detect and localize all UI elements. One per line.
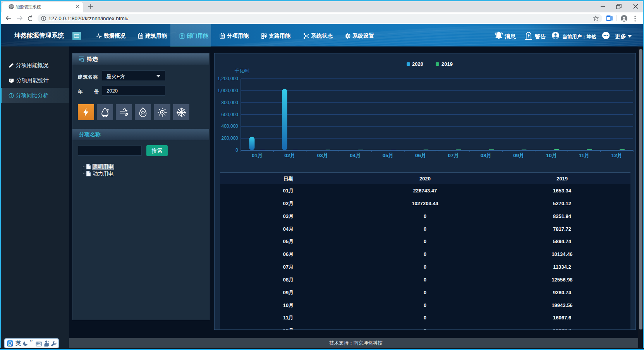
svg-text:0: 0 bbox=[235, 148, 238, 153]
svg-text:1,000,000: 1,000,000 bbox=[218, 88, 239, 93]
svg-text:200,000: 200,000 bbox=[222, 136, 239, 141]
svg-text:01月: 01月 bbox=[252, 153, 263, 158]
svg-text:09月: 09月 bbox=[513, 153, 524, 158]
svg-text:2020: 2020 bbox=[412, 61, 423, 67]
svg-text:06月: 06月 bbox=[415, 153, 426, 158]
svg-text:2019: 2019 bbox=[441, 61, 453, 67]
svg-text:04月: 04月 bbox=[350, 153, 361, 158]
svg-text:03月: 03月 bbox=[317, 153, 328, 158]
svg-text:07月: 07月 bbox=[448, 153, 459, 158]
svg-text:10月: 10月 bbox=[546, 153, 557, 158]
svg-text:05月: 05月 bbox=[383, 153, 394, 158]
svg-text:600,000: 600,000 bbox=[222, 112, 239, 117]
svg-text:800,000: 800,000 bbox=[222, 100, 239, 105]
svg-text:11月: 11月 bbox=[579, 153, 590, 158]
svg-text:千瓦/时: 千瓦/时 bbox=[235, 68, 250, 74]
svg-text:12月: 12月 bbox=[611, 153, 623, 158]
svg-text:400,000: 400,000 bbox=[222, 124, 239, 129]
svg-text:08月: 08月 bbox=[481, 153, 492, 158]
svg-text:02月: 02月 bbox=[284, 153, 295, 158]
svg-text:1,200,000: 1,200,000 bbox=[218, 76, 239, 81]
